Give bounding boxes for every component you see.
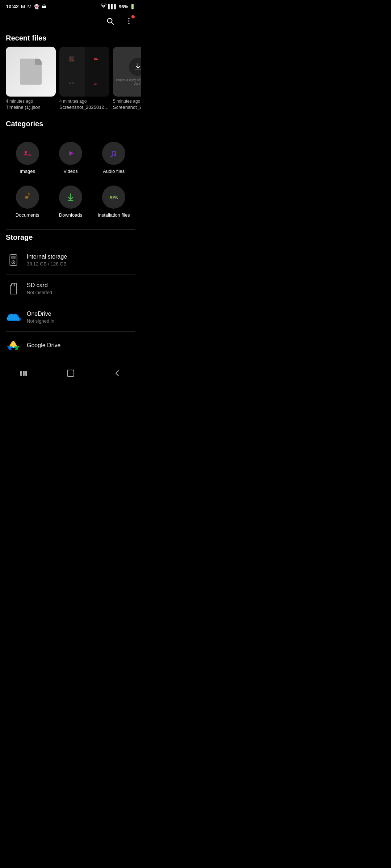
gmail-icon-1: M xyxy=(21,4,25,9)
svg-rect-10 xyxy=(94,84,96,85)
recent-files-title: Recent files xyxy=(0,30,141,47)
storage-internal[interactable]: Internal storage 38.12 GB / 128 GB xyxy=(6,246,135,275)
image-icon: 🏔 xyxy=(42,4,46,9)
recent-files-section: Recent files 4 minutes ago Timeline (1).… xyxy=(0,30,141,116)
file-name-json: Timeline (1).json xyxy=(6,105,56,110)
notification-dot xyxy=(131,15,135,18)
category-images[interactable]: Images xyxy=(6,136,49,180)
recent-files-scroll[interactable]: 4 minutes ago Timeline (1).json xyxy=(0,47,141,116)
time-display: 10:42 xyxy=(6,4,19,9)
svg-rect-43 xyxy=(23,371,25,376)
status-left: 10:42 M M 👻 🏔 xyxy=(6,4,46,9)
documents-label: Documents xyxy=(16,212,39,218)
recent-apps-button[interactable] xyxy=(12,368,35,381)
storage-googledrive[interactable]: Google Drive xyxy=(6,332,135,360)
audio-label: Audio files xyxy=(103,169,125,174)
sdcard-info: SD card Not inserted xyxy=(27,282,135,295)
svg-rect-42 xyxy=(20,371,22,376)
svg-rect-25 xyxy=(11,256,16,259)
file-time-sc2: 5 minutes ago xyxy=(113,99,141,104)
storage-title: Storage xyxy=(0,230,141,246)
home-button[interactable] xyxy=(59,368,82,381)
categories-grid: Images Videos Audio files xyxy=(0,132,141,229)
category-documents[interactable]: Documents xyxy=(6,180,49,224)
sc-cell xyxy=(59,72,84,97)
categories-section: Categories Images Videos xyxy=(0,116,141,229)
svg-rect-21 xyxy=(25,199,28,199)
svg-point-3 xyxy=(128,20,129,21)
onedrive-icon xyxy=(6,310,21,325)
apk-label: Installation files xyxy=(98,212,130,218)
svg-line-1 xyxy=(112,22,113,24)
googledrive-info: Google Drive xyxy=(27,342,135,350)
onedrive-name: OneDrive xyxy=(27,311,135,317)
downloads-label: Downloads xyxy=(59,212,82,218)
wifi-icon xyxy=(101,4,106,9)
category-apk[interactable]: APK Installation files xyxy=(92,180,135,224)
internal-storage-name: Internal storage xyxy=(27,254,135,260)
internal-storage-sub: 38.12 GB / 128 GB xyxy=(27,261,135,267)
googledrive-name: Google Drive xyxy=(27,342,135,349)
sdcard-sub: Not inserted xyxy=(27,290,135,295)
signal-icon: ▌▌▌ xyxy=(108,4,117,9)
category-audio[interactable]: Audio files xyxy=(92,136,135,180)
svg-rect-19 xyxy=(25,196,29,196)
svg-rect-13 xyxy=(23,149,32,158)
svg-point-2 xyxy=(128,18,129,19)
sc-cell xyxy=(59,47,84,72)
images-icon-wrap xyxy=(16,142,39,165)
back-button[interactable] xyxy=(106,368,129,381)
status-bar: 10:42 M M 👻 🏔 ▌▌▌ 96% 🔋 xyxy=(0,0,141,12)
svg-rect-11 xyxy=(135,69,141,70)
svg-rect-5 xyxy=(94,58,97,59)
audio-icon-wrap xyxy=(102,142,125,165)
file-card-screenshot1[interactable]: 4 minutes ago Screenshot_20250123_1037..… xyxy=(59,47,109,110)
svg-point-17 xyxy=(109,148,119,158)
images-label: Images xyxy=(20,169,35,174)
battery-icon: 🔋 xyxy=(130,4,135,9)
onedrive-sub: Not signed in xyxy=(27,318,135,324)
sdcard-icon xyxy=(6,281,21,296)
categories-title: Categories xyxy=(0,116,141,132)
apk-icon-wrap: APK xyxy=(102,186,125,209)
storage-onedrive[interactable]: OneDrive Not signed in xyxy=(6,303,135,332)
storage-sdcard[interactable]: SD card Not inserted xyxy=(6,275,135,303)
documents-icon-wrap xyxy=(16,186,39,209)
file-card-screenshot2[interactable]: Export a copy of your Timeline data? 5 m… xyxy=(113,47,141,110)
storage-section: Storage Internal storage 38.12 GB / 128 … xyxy=(0,230,141,360)
videos-icon-wrap xyxy=(59,142,82,165)
toolbar xyxy=(0,12,141,30)
category-downloads[interactable]: Downloads xyxy=(49,180,92,224)
bottom-navigation xyxy=(0,363,141,387)
screenshot-grid-1 xyxy=(59,47,109,97)
svg-rect-44 xyxy=(25,371,27,376)
status-right: ▌▌▌ 96% 🔋 xyxy=(101,4,135,9)
file-name-sc2: Screenshot_20250123_1036.... xyxy=(113,105,141,110)
apk-text: APK xyxy=(110,195,118,200)
json-file-icon xyxy=(20,59,42,85)
file-time-sc1: 4 minutes ago xyxy=(59,99,109,104)
svg-rect-20 xyxy=(25,197,28,198)
category-videos[interactable]: Videos xyxy=(49,136,92,180)
file-thumb-screenshot1 xyxy=(59,47,109,97)
more-options-button[interactable] xyxy=(122,14,135,27)
file-card-json[interactable]: 4 minutes ago Timeline (1).json xyxy=(6,47,56,110)
battery-text: 96% xyxy=(119,4,128,9)
downloads-icon-wrap xyxy=(59,186,82,209)
gmail-icon-2: M xyxy=(27,4,31,9)
search-button[interactable] xyxy=(104,14,117,27)
file-name-sc1: Screenshot_20250123_1037.... xyxy=(59,105,109,110)
onedrive-info: OneDrive Not signed in xyxy=(27,311,135,324)
file-time-json: 4 minutes ago xyxy=(6,99,56,104)
svg-point-27 xyxy=(13,261,14,263)
videos-label: Videos xyxy=(63,169,78,174)
svg-rect-45 xyxy=(67,370,74,376)
internal-storage-icon xyxy=(6,252,21,268)
svg-rect-9 xyxy=(94,83,98,84)
file-thumb-json xyxy=(6,47,56,97)
svg-rect-7 xyxy=(69,82,71,84)
sc-cell xyxy=(85,47,110,72)
svg-rect-6 xyxy=(94,59,98,60)
sdcard-name: SD card xyxy=(27,282,135,289)
file-thumb-screenshot2: Export a copy of your Timeline data? xyxy=(113,47,141,97)
